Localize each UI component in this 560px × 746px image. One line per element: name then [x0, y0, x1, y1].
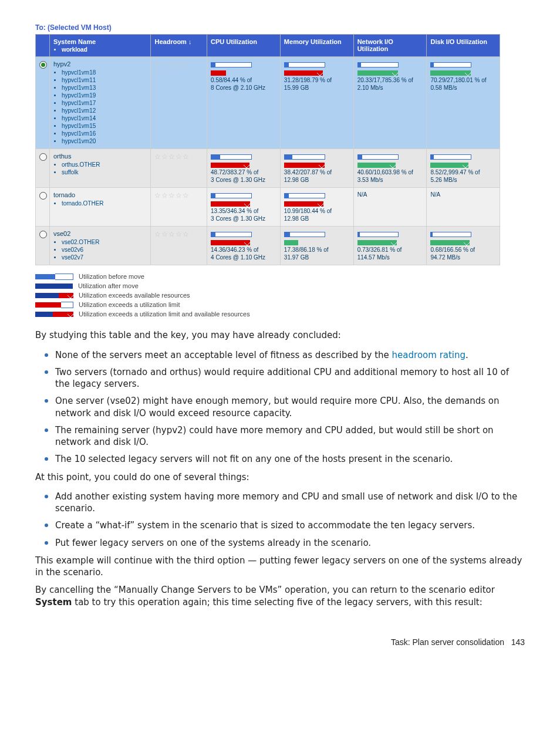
panel-title: To: (Selected VM Host) — [35, 23, 525, 32]
disk-cell: 8.52/2,999.47 % of5.26 MB/s — [427, 149, 500, 188]
disk-cell: 70.29/27,180.01 % of0.58 MB/s — [427, 57, 500, 149]
table-row[interactable]: hypv2hypvcl1vm18hypvcl1vm11hypvcl1vm13hy… — [36, 57, 500, 149]
headroom-cell: ☆☆☆☆☆ — [151, 188, 207, 227]
workload-item: hypvcl1vm16 — [62, 130, 147, 137]
legend-item: Utilization exceeds a utilization limit — [35, 301, 525, 308]
workload-item: hypvcl1vm14 — [62, 114, 147, 122]
network-cell: 20.33/17,785.36 % of2.10 Mb/s — [353, 57, 427, 149]
row-radio-cell[interactable] — [36, 188, 50, 227]
disk-cell: N/A — [427, 188, 500, 227]
system-name-cell: orthusorthus.OTHERsuffolk — [49, 149, 151, 188]
workload-item: hypvcl1vm11 — [62, 76, 147, 84]
page-footer: Task: Plan server consolidation 143 — [35, 637, 525, 647]
workload-item: hypvcl1vm19 — [62, 92, 147, 99]
workload-item: tornado.OTHER — [62, 200, 147, 207]
system-name-cell: vse02vse02.OTHERvse02v6vse02v7 — [49, 227, 151, 265]
paragraph: At this point, you could do one of sever… — [35, 471, 525, 483]
network-cell: N/A — [353, 188, 427, 227]
legend-label: Utilization exceeds a utilization limit … — [79, 310, 250, 318]
col-sublabel: workload — [62, 46, 147, 53]
list-item: The 10 selected legacy servers will not … — [55, 451, 525, 465]
paragraph: By cancelling the “Manually Change Serve… — [35, 584, 525, 608]
row-radio-cell[interactable] — [36, 227, 50, 265]
network-cell: 40.60/10,603.98 % of3.53 Mb/s — [353, 149, 427, 188]
memory-cell: 17.38/86.18 % of31.97 GB — [280, 227, 353, 265]
bold-text: System — [35, 597, 72, 607]
memory-cell: 31.28/198.79 % of15.99 GB — [280, 57, 353, 149]
workload-item: vse02v6 — [62, 246, 147, 254]
memory-cell: 10.99/180.44 % of12.98 GB — [280, 188, 353, 227]
vm-host-table: System Name workload Headroom ↓ CPU Util… — [35, 34, 500, 265]
legend-label: Utilization before move — [79, 273, 144, 280]
radio-icon[interactable] — [39, 61, 47, 69]
row-radio-cell[interactable] — [36, 149, 50, 188]
workload-item: hypvcl1vm20 — [62, 137, 147, 145]
radio-icon[interactable] — [39, 231, 47, 238]
list-item: Create a “what-if” system in the scenari… — [55, 518, 525, 531]
paragraph: This example will continue with the thir… — [35, 555, 525, 579]
workload-item: hypvcl1vm12 — [62, 107, 147, 114]
legend-label: Utilization after move — [78, 282, 139, 289]
col-memory[interactable]: Memory Utilization — [280, 35, 353, 57]
star-rating-icon: ☆☆☆☆☆ — [154, 60, 190, 69]
radio-icon[interactable] — [39, 192, 47, 200]
list-item: One server (vse02) might have enough mem… — [55, 393, 525, 419]
text: tab to try this operation again; this ti… — [72, 597, 482, 607]
col-select — [36, 35, 50, 57]
legend-item: Utilization after move — [35, 282, 525, 289]
workload-item: hypvcl1vm18 — [62, 69, 147, 76]
workload-item: hypvcl1vm13 — [62, 84, 147, 92]
cpu-cell: 48.72/383.27 % of3 Cores @ 1.30 GHz — [207, 149, 281, 188]
cpu-cell: 13.35/346.34 % of3 Cores @ 1.30 GHz — [207, 188, 281, 227]
memory-cell: 38.42/207.87 % of12.98 GB — [280, 149, 353, 188]
disk-cell: 0.68/166.56 % of94.72 MB/s — [427, 227, 500, 265]
col-cpu[interactable]: CPU Utilization — [207, 35, 281, 57]
col-network[interactable]: Network I/O Utilization — [353, 35, 427, 57]
page-number: 143 — [511, 637, 525, 647]
radio-icon[interactable] — [39, 153, 47, 161]
legend: Utilization before move Utilization afte… — [35, 272, 525, 318]
legend-label: Utilization exceeds available resources — [79, 292, 190, 299]
table-header-row: System Name workload Headroom ↓ CPU Util… — [36, 35, 500, 57]
legend-item: Utilization exceeds available resources — [35, 291, 525, 299]
bullet-list: None of the servers meet an acceptable l… — [35, 347, 525, 465]
star-rating-icon: ☆☆☆☆☆ — [154, 153, 190, 161]
workload-list: vse02.OTHERvse02v6vse02v7 — [62, 238, 147, 261]
row-radio-cell[interactable] — [36, 57, 50, 149]
list-item: The remaining server (hypv2) could have … — [55, 423, 525, 448]
bullet-list: Add another existing system having more … — [35, 489, 525, 549]
legend-label: Utilization exceeds a utilization limit — [79, 301, 180, 308]
network-cell: 0.73/326.81 % of114.57 Mb/s — [353, 227, 427, 265]
workload-item: suffolk — [62, 168, 147, 176]
col-headroom[interactable]: Headroom ↓ — [151, 35, 207, 57]
workload-item: orthus.OTHER — [62, 161, 147, 168]
headroom-rating-link[interactable]: headroom rating — [392, 350, 465, 360]
footer-label: Task: Plan server consolidation — [391, 637, 504, 647]
workload-item: vse02.OTHER — [62, 238, 147, 246]
workload-list: tornado.OTHER — [62, 200, 147, 207]
workload-list: orthus.OTHERsuffolk — [62, 161, 147, 176]
workload-item: hypvcl1vm15 — [62, 122, 147, 130]
table-row[interactable]: orthusorthus.OTHERsuffolk ☆☆☆☆☆ 48.72/38… — [36, 149, 500, 188]
star-rating-icon: ☆☆☆☆☆ — [154, 191, 190, 200]
paragraph: By studying this table and the key, you … — [35, 329, 525, 341]
col-disk[interactable]: Disk I/O Utilization — [427, 35, 500, 57]
headroom-cell: ☆☆☆☆☆ — [151, 149, 207, 188]
cpu-cell: 0.58/84.44 % of8 Cores @ 2.10 GHz — [207, 57, 281, 149]
workload-item: vse02v7 — [62, 254, 147, 261]
system-name-cell: tornadotornado.OTHER — [49, 188, 151, 227]
list-item: None of the servers meet an acceptable l… — [55, 347, 525, 361]
col-system-name[interactable]: System Name workload — [49, 35, 151, 57]
workload-item: hypvcl1vm17 — [62, 99, 147, 107]
cpu-cell: 14.36/346.23 % of4 Cores @ 1.10 GHz — [207, 227, 281, 265]
headroom-cell: ☆☆☆☆☆ — [151, 57, 207, 149]
list-item: Put fewer legacy servers on one of the s… — [55, 535, 525, 549]
table-row[interactable]: tornadotornado.OTHER ☆☆☆☆☆ 13.35/346.34 … — [36, 188, 500, 227]
workload-list: hypvcl1vm18hypvcl1vm11hypvcl1vm13hypvcl1… — [62, 69, 147, 145]
star-rating-icon: ☆☆☆☆☆ — [154, 230, 190, 238]
table-row[interactable]: vse02vse02.OTHERvse02v6vse02v7 ☆☆☆☆☆ 14.… — [36, 227, 500, 265]
document-body: By studying this table and the key, you … — [35, 329, 525, 608]
headroom-cell: ☆☆☆☆☆ — [151, 227, 207, 265]
list-item: Two servers (tornado and orthus) would r… — [55, 364, 525, 390]
text: By cancelling the “Manually Change Serve… — [35, 585, 495, 595]
